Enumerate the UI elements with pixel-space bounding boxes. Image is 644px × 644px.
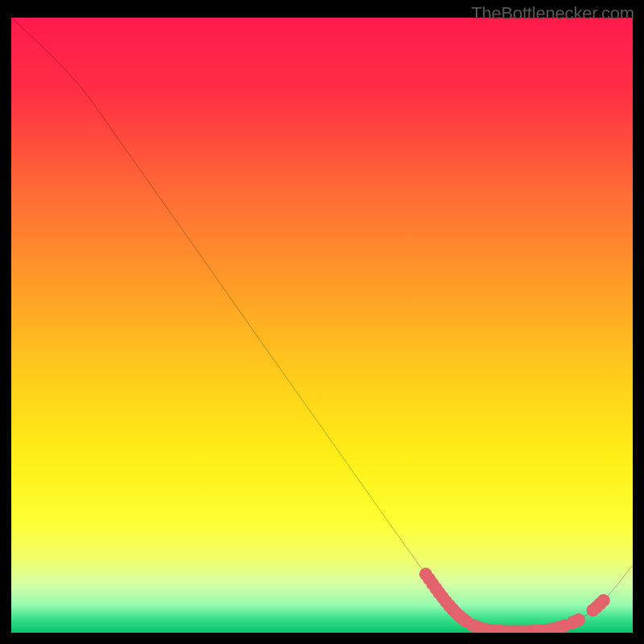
chart-frame: TheBottlenecker.com xyxy=(0,0,644,644)
highlight-dot xyxy=(597,594,610,607)
watermark-text: TheBottlenecker.com xyxy=(471,3,634,24)
highlight-dot xyxy=(572,613,585,626)
chart-background xyxy=(11,18,633,633)
bottleneck-chart xyxy=(11,18,633,633)
